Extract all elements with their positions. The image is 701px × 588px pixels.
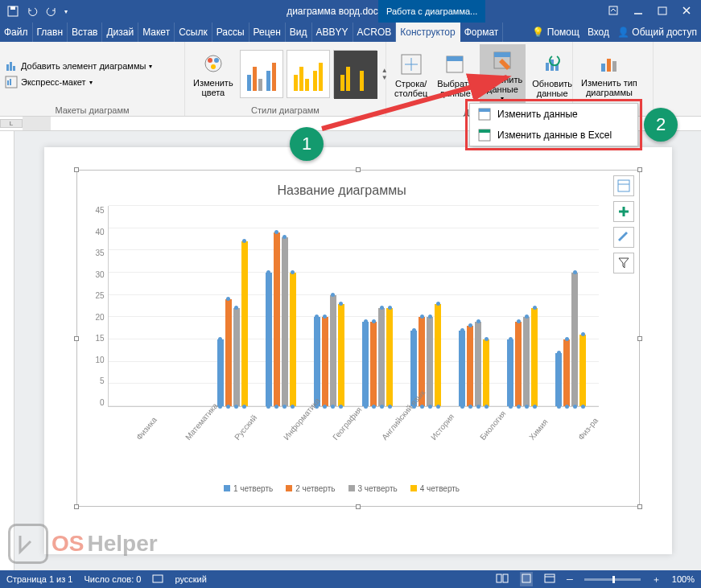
zoom-out-icon[interactable]: ─: [567, 574, 573, 584]
add-chart-element-button[interactable]: Добавить элемент диаграммы ▾: [5, 60, 152, 72]
tab-формат[interactable]: Формат: [460, 23, 504, 42]
svg-rect-18: [266, 71, 270, 91]
edit-data-excel-item[interactable]: Изменить данные в Excel: [470, 125, 637, 146]
qat-more-icon[interactable]: ▾: [64, 8, 68, 15]
svg-rect-10: [10, 79, 11, 85]
callout-2: 2: [644, 108, 678, 142]
group-label: Стили диаграмм: [190, 104, 381, 115]
view-print-icon[interactable]: [520, 572, 533, 586]
bar-group[interactable]: [410, 206, 441, 406]
plot-area[interactable]: [108, 206, 599, 407]
bar-group[interactable]: [314, 206, 344, 406]
svg-rect-1: [10, 6, 15, 10]
tab-abbyy[interactable]: ABBYY: [312, 23, 353, 42]
zoom-in-icon[interactable]: ＋: [652, 574, 661, 586]
svg-point-12: [208, 58, 212, 63]
svg-rect-7: [13, 66, 15, 71]
svg-rect-5: [6, 64, 9, 71]
status-lang[interactable]: русский: [175, 574, 206, 584]
svg-rect-20: [294, 75, 298, 91]
y-axis: 454035302520151050: [85, 206, 108, 407]
window-title: диаграмма ворд.docx - Word: [0, 6, 701, 17]
bar-group[interactable]: [555, 206, 586, 406]
maximize-icon[interactable]: [658, 6, 667, 18]
bar-group[interactable]: [169, 206, 200, 406]
tab-рассы[interactable]: Рассы: [212, 23, 249, 42]
tab-дизай[interactable]: Дизай: [102, 23, 138, 42]
view-read-icon[interactable]: [496, 574, 509, 585]
change-chart-type-button[interactable]: Изменить тип диаграммы: [578, 47, 641, 101]
contextual-tab-label: Работа с диаграмма...: [378, 0, 485, 23]
svg-rect-19: [272, 63, 276, 91]
chart-object[interactable]: Название диаграммы 454035302520151050 Фи…: [76, 170, 640, 507]
status-page[interactable]: Страница 1 из 1: [6, 574, 72, 584]
proofing-icon[interactable]: [152, 573, 163, 586]
svg-rect-6: [10, 62, 12, 71]
undo-icon[interactable]: [26, 5, 39, 18]
select-data-button[interactable]: Выбрать данные: [434, 48, 476, 101]
svg-rect-2: [609, 6, 617, 14]
chart-filter-icon[interactable]: [613, 253, 634, 273]
svg-rect-38: [607, 59, 611, 72]
svg-rect-45: [618, 180, 629, 191]
save-icon[interactable]: [6, 5, 19, 18]
status-words[interactable]: Число слов: 0: [84, 574, 141, 584]
edit-data-button[interactable]: Изменить данные▾: [480, 44, 526, 106]
legend-item[interactable]: 3 четверть: [348, 484, 398, 493]
tab-рецен[interactable]: Рецен: [249, 23, 286, 42]
share-button[interactable]: 👤 Общий доступ: [613, 23, 701, 42]
express-layout-button[interactable]: Экспресс-макет ▾: [5, 76, 152, 88]
svg-rect-34: [546, 63, 549, 71]
vertical-ruler[interactable]: [0, 131, 14, 570]
view-web-icon[interactable]: [544, 574, 555, 585]
legend[interactable]: 1 четверть2 четверть3 четверть4 четверть: [85, 455, 599, 498]
svg-rect-41: [479, 109, 490, 112]
bar-group[interactable]: [459, 206, 489, 406]
tab-selector[interactable]: L: [0, 119, 23, 128]
chart-layout-icon[interactable]: [613, 175, 634, 196]
tab-конструктор[interactable]: Конструктор: [396, 23, 460, 42]
legend-item[interactable]: 1 четверть: [224, 484, 273, 493]
style-gallery-1[interactable]: [240, 50, 283, 98]
row-column-button[interactable]: Строка/ столбец: [391, 48, 431, 101]
callout-1: 1: [290, 127, 324, 161]
chart-title[interactable]: Название диаграммы: [85, 179, 599, 206]
change-colors-button[interactable]: Изменить цвета: [190, 47, 237, 101]
zoom-slider[interactable]: [584, 578, 641, 581]
login-button[interactable]: Вход: [583, 23, 613, 42]
zoom-level[interactable]: 100%: [672, 574, 695, 584]
legend-item[interactable]: 4 четверть: [410, 484, 460, 493]
redo-icon[interactable]: [45, 5, 58, 18]
tab-макет[interactable]: Макет: [138, 23, 175, 42]
chart-plus-icon[interactable]: [613, 201, 634, 222]
svg-rect-21: [299, 67, 303, 91]
style-gallery-3[interactable]: [333, 50, 377, 98]
bar-group[interactable]: [121, 206, 151, 406]
ribbon-collapse-icon[interactable]: [608, 5, 619, 19]
svg-rect-27: [346, 67, 350, 91]
refresh-data-button[interactable]: Обновить данные: [529, 48, 575, 101]
help-button[interactable]: 💡 Помощ: [528, 23, 583, 42]
chart-brush-icon[interactable]: [613, 227, 634, 248]
tab-главн[interactable]: Главн: [33, 23, 68, 42]
svg-rect-16: [253, 67, 257, 91]
svg-rect-50: [522, 574, 530, 582]
edit-data-item[interactable]: Изменить данные: [470, 104, 637, 125]
tab-ссылк[interactable]: Ссылк: [175, 23, 212, 42]
tab-вид[interactable]: Вид: [286, 23, 312, 42]
style-gallery-2[interactable]: [287, 50, 330, 98]
bar-group[interactable]: [266, 206, 296, 406]
svg-rect-37: [601, 64, 605, 72]
tab-встав[interactable]: Встав: [68, 23, 102, 42]
legend-item[interactable]: 2 четверть: [286, 484, 335, 493]
tab-acrob[interactable]: ACROB: [353, 23, 397, 42]
tab-файл[interactable]: Файл: [0, 23, 33, 42]
bar-group[interactable]: [362, 206, 393, 406]
minimize-icon[interactable]: [633, 6, 643, 18]
svg-rect-51: [545, 574, 555, 582]
edit-data-dropdown: Изменить данные Изменить данные в Excel: [469, 103, 638, 146]
close-icon[interactable]: [682, 6, 691, 18]
svg-rect-48: [497, 574, 501, 582]
bar-group[interactable]: [507, 206, 538, 406]
bar-group[interactable]: [217, 206, 248, 406]
